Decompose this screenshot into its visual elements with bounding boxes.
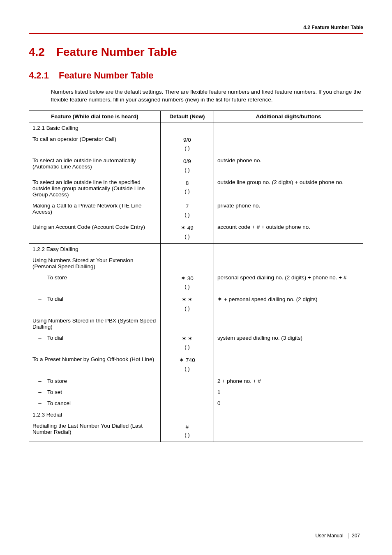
feature-number-table: Feature (While dial tone is heard) Defau… — [29, 111, 363, 442]
cell-default: 7( ) — [161, 200, 214, 222]
cell-default — [161, 122, 214, 134]
feature-text: To dial — [47, 296, 63, 302]
cell-feature: –To set — [29, 387, 161, 398]
cell-default: ✶ ✶( ) — [161, 332, 214, 354]
cell-default: ✶ 740( ) — [161, 354, 214, 375]
dash-icon: – — [32, 400, 47, 406]
cell-additional — [214, 420, 363, 442]
dash-icon: – — [32, 378, 47, 384]
cell-feature: –To store — [29, 375, 161, 387]
cell-additional — [214, 354, 363, 375]
table-row: –To store✶ 30( )personal speed dialling … — [29, 272, 363, 294]
group-heading-row: 1.2.2 Easy Dialling — [29, 243, 363, 255]
new-value-blank: ( ) — [164, 144, 210, 152]
table-row: Redialling the Last Number You Dialled (… — [29, 420, 363, 442]
cell-feature: To call an operator (Operator Call) — [29, 134, 161, 155]
feature-text: To dial — [47, 335, 63, 341]
cell-default: ✶ 30( ) — [161, 272, 214, 294]
page-footer: User Manual 207 — [316, 533, 363, 539]
default-value: 7 — [164, 203, 210, 211]
default-value: 0/9 — [164, 157, 210, 166]
feature-text: To set — [47, 389, 62, 395]
new-value-blank: ( ) — [164, 166, 210, 174]
group-heading-row: 1.2.3 Redial — [29, 409, 363, 420]
cell-default — [161, 243, 214, 255]
group-heading: 1.2.1 Basic Calling — [29, 122, 161, 134]
table-row: –To cancel0 — [29, 398, 363, 409]
group-heading-row: 1.2.1 Basic Calling — [29, 122, 363, 134]
cell-default — [161, 375, 214, 387]
group-heading: 1.2.2 Easy Dialling — [29, 243, 161, 255]
cell-additional: 2 + phone no. + # — [214, 375, 363, 387]
cell-additional: outside line group no. (2 digits) + outs… — [214, 177, 363, 200]
table-row: To select an idle outside line in the sp… — [29, 177, 363, 200]
new-value-blank: ( ) — [164, 365, 210, 373]
header-rule — [29, 33, 363, 34]
dash-icon: – — [32, 296, 47, 302]
cell-feature: Redialling the Last Number You Dialled (… — [29, 420, 161, 442]
cell-additional: personal speed dialling no. (2 digits) +… — [214, 272, 363, 294]
cell-default — [161, 315, 214, 332]
cell-default: 9/0( ) — [161, 134, 214, 155]
cell-additional: system speed dialling no. (3 digits) — [214, 332, 363, 354]
cell-feature: To a Preset Number by Going Off-hook (Ho… — [29, 354, 161, 375]
table-row: –To store2 + phone no. + # — [29, 375, 363, 387]
subsection-title: 4.2.1Feature Number Table — [29, 70, 363, 81]
default-value: ✶ ✶ — [164, 335, 210, 343]
dash-icon: – — [32, 335, 47, 341]
cell-feature: Using an Account Code (Account Code Entr… — [29, 221, 161, 243]
cell-default — [161, 255, 214, 272]
cell-feature: –To dial — [29, 293, 161, 315]
table-row: –To set1 — [29, 387, 363, 398]
new-value-blank: ( ) — [164, 304, 210, 313]
default-value: # — [164, 423, 210, 431]
new-value-blank: ( ) — [164, 187, 210, 196]
table-row: To call an operator (Operator Call)9/0( … — [29, 134, 363, 155]
table-body: 1.2.1 Basic CallingTo call an operator (… — [29, 122, 363, 442]
section-number: 4.2 — [29, 46, 45, 58]
subsection-number: 4.2.1 — [29, 70, 49, 81]
running-header: 4.2 Feature Number Table — [29, 25, 363, 33]
new-value-blank: ( ) — [164, 343, 210, 351]
cell-default — [161, 387, 214, 398]
cell-additional — [214, 409, 363, 420]
section-text: Feature Number Table — [56, 46, 177, 58]
col-additional: Additional digits/buttons — [214, 111, 363, 122]
cell-default: 8( ) — [161, 177, 214, 200]
cell-feature: –To dial — [29, 332, 161, 354]
new-value-blank: ( ) — [164, 283, 210, 291]
cell-default — [161, 398, 214, 409]
cell-additional — [214, 243, 363, 255]
default-value: ✶ 740 — [164, 356, 210, 364]
feature-text: To store — [47, 274, 67, 281]
table-row: Using Numbers Stored at Your Extension (… — [29, 255, 363, 272]
cell-default — [161, 409, 214, 420]
table-row: Using Numbers Stored in the PBX (System … — [29, 315, 363, 332]
subsection-text: Feature Number Table — [59, 70, 154, 81]
new-value-blank: ( ) — [164, 211, 210, 219]
cell-feature: To select an idle outside line automatic… — [29, 155, 161, 177]
table-row: Making a Call to a Private Network (TIE … — [29, 200, 363, 222]
new-value-blank: ( ) — [164, 431, 210, 439]
cell-feature: Using Numbers Stored in the PBX (System … — [29, 315, 161, 332]
default-value: ✶ 49 — [164, 224, 210, 232]
footer-label: User Manual — [316, 533, 344, 539]
cell-default: #( ) — [161, 420, 214, 442]
dash-icon: – — [32, 389, 47, 395]
table-header-row: Feature (While dial tone is heard) Defau… — [29, 111, 363, 122]
default-value: ✶ ✶ — [164, 296, 210, 304]
default-value: 8 — [164, 179, 210, 187]
cell-additional: ✶ + personal speed dialling no. (2 digit… — [214, 293, 363, 315]
col-default: Default (New) — [161, 111, 214, 122]
new-value-blank: ( ) — [164, 233, 210, 241]
cell-default: ✶ ✶( ) — [161, 293, 214, 315]
section-title: 4.2Feature Number Table — [29, 46, 363, 59]
cell-additional — [214, 122, 363, 134]
cell-feature: Making a Call to a Private Network (TIE … — [29, 200, 161, 222]
cell-default: ✶ 49( ) — [161, 221, 214, 243]
feature-text: To cancel — [47, 400, 71, 406]
table-row: To a Preset Number by Going Off-hook (Ho… — [29, 354, 363, 375]
cell-additional: outside phone no. — [214, 155, 363, 177]
cell-additional: 0 — [214, 398, 363, 409]
default-value: ✶ 30 — [164, 274, 210, 283]
